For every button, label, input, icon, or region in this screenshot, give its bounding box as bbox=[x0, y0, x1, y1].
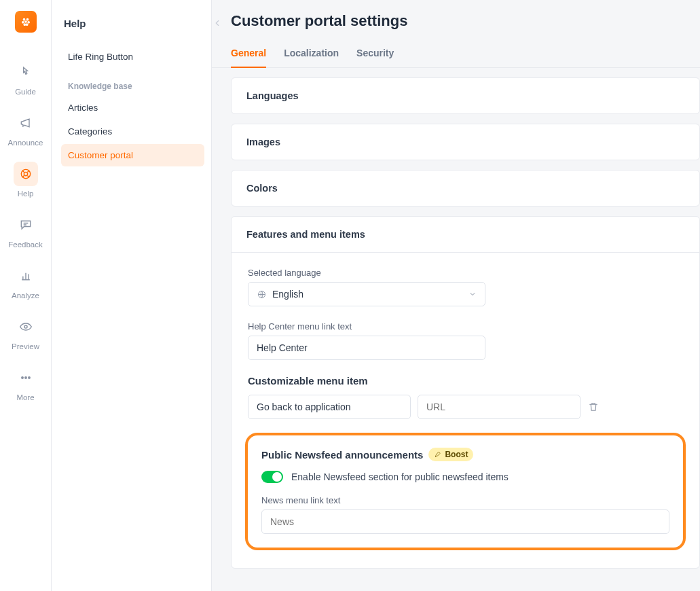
card-languages[interactable]: Languages bbox=[231, 77, 700, 114]
rail-item-preview[interactable]: Preview bbox=[0, 309, 51, 360]
svg-point-3 bbox=[22, 21, 24, 24]
selected-language-value: English bbox=[272, 289, 303, 300]
page-title: Customer portal settings bbox=[231, 12, 681, 30]
news-menu-input-wrap bbox=[261, 509, 669, 534]
card-features: Features and menu items Selected languag… bbox=[231, 216, 700, 569]
app-logo bbox=[15, 11, 37, 33]
back-button[interactable] bbox=[212, 16, 224, 30]
svg-point-9 bbox=[24, 325, 26, 328]
svg-point-12 bbox=[28, 377, 30, 379]
rail-label: Guide bbox=[15, 88, 36, 96]
card-title: Features and menu items bbox=[246, 229, 684, 240]
card-images[interactable]: Images bbox=[231, 124, 700, 160]
custom-menu-text-input[interactable] bbox=[257, 401, 402, 412]
megaphone-icon bbox=[19, 116, 33, 130]
help-center-label: Help Center menu link text bbox=[248, 321, 683, 332]
boost-badge: Boost bbox=[428, 448, 473, 461]
svg-point-2 bbox=[24, 20, 27, 23]
newsfeed-toggle-label: Enable Newsfeed section for public newsf… bbox=[291, 471, 509, 482]
trash-icon[interactable] bbox=[587, 401, 600, 413]
custom-menu-title: Customizable menu item bbox=[248, 375, 683, 387]
card-colors[interactable]: Colors bbox=[231, 170, 700, 207]
side-link-customer-portal[interactable]: Customer portal bbox=[61, 144, 204, 166]
rail-item-analyze[interactable]: Analyze bbox=[0, 258, 51, 309]
help-center-input-wrap bbox=[248, 336, 485, 360]
svg-point-11 bbox=[24, 377, 26, 379]
news-menu-input[interactable] bbox=[270, 516, 661, 527]
grape-icon bbox=[19, 15, 33, 29]
card-title: Images bbox=[246, 137, 684, 147]
side-link-categories[interactable]: Categories bbox=[61, 120, 204, 143]
rail-label: Analyze bbox=[12, 291, 39, 300]
card-title: Colors bbox=[246, 183, 684, 194]
globe-icon bbox=[257, 289, 267, 300]
chat-icon bbox=[19, 218, 33, 232]
newsfeed-title: Public Newsfeed announcements bbox=[261, 449, 423, 461]
side-title: Help bbox=[64, 18, 202, 29]
pointer-icon bbox=[19, 65, 33, 79]
tabs: General Localization Security bbox=[212, 42, 700, 68]
selected-language-select[interactable]: English bbox=[248, 282, 485, 306]
side-link-life-ring[interactable]: Life Ring Button bbox=[61, 46, 204, 68]
dots-icon bbox=[19, 371, 33, 384]
rail-label: Announce bbox=[8, 139, 43, 147]
lifebuoy-icon bbox=[19, 167, 33, 181]
newsfeed-toggle[interactable] bbox=[261, 471, 283, 483]
news-menu-label: News menu link text bbox=[261, 495, 669, 505]
tab-security[interactable]: Security bbox=[356, 42, 394, 67]
custom-menu-url-wrap bbox=[418, 395, 581, 419]
main-area: Customer portal settings General Localiz… bbox=[212, 0, 700, 591]
card-title: Languages bbox=[246, 90, 684, 101]
chevron-left-icon bbox=[213, 18, 222, 28]
icon-rail: Guide Announce Help Feedback Analyze Pre… bbox=[0, 0, 52, 591]
side-panel: Help Life Ring Button Knowledge base Art… bbox=[52, 0, 212, 591]
boost-label: Boost bbox=[445, 450, 468, 459]
kb-heading: Knowledge base bbox=[61, 69, 204, 96]
svg-point-10 bbox=[21, 377, 23, 379]
side-link-articles[interactable]: Articles bbox=[61, 96, 204, 119]
rail-item-guide[interactable]: Guide bbox=[0, 54, 51, 105]
svg-point-6 bbox=[25, 23, 28, 26]
rail-item-feedback[interactable]: Feedback bbox=[0, 207, 51, 258]
chart-icon bbox=[19, 269, 33, 283]
svg-point-0 bbox=[22, 18, 25, 21]
rail-item-help[interactable]: Help bbox=[0, 156, 51, 207]
rail-label: Feedback bbox=[8, 240, 43, 249]
custom-menu-text-wrap bbox=[248, 395, 411, 419]
rail-label: Help bbox=[18, 190, 34, 198]
svg-point-1 bbox=[26, 18, 29, 21]
rail-label: More bbox=[16, 393, 34, 401]
rail-label: Preview bbox=[12, 342, 39, 351]
custom-menu-url-input[interactable] bbox=[426, 401, 572, 412]
newsfeed-highlight: Public Newsfeed announcements Boost Enab… bbox=[245, 433, 686, 550]
rail-item-more[interactable]: More bbox=[0, 360, 51, 411]
selected-language-label: Selected language bbox=[248, 268, 683, 278]
svg-point-5 bbox=[23, 23, 26, 26]
tab-general[interactable]: General bbox=[231, 42, 266, 68]
eye-icon bbox=[19, 320, 33, 334]
rail-item-announce[interactable]: Announce bbox=[0, 105, 51, 156]
rocket-icon bbox=[434, 450, 442, 459]
svg-point-4 bbox=[27, 21, 30, 24]
svg-point-8 bbox=[24, 172, 27, 175]
help-center-input[interactable] bbox=[257, 342, 477, 353]
tab-localization[interactable]: Localization bbox=[284, 42, 339, 67]
chevron-down-icon bbox=[468, 290, 477, 298]
